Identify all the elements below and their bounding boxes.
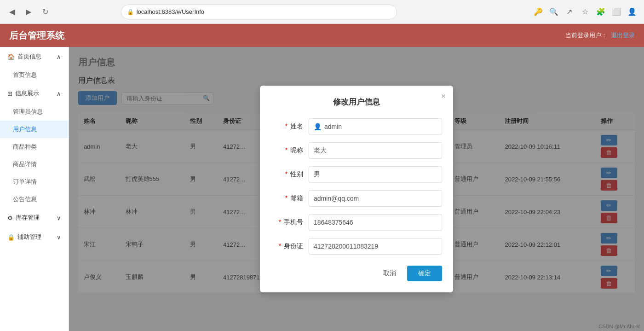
form-label-phone: * 手机号 <box>271 218 303 226</box>
field-name-label: 姓名 <box>290 122 303 130</box>
form-label-name: * 姓名 <box>271 122 303 131</box>
form-row-idcard: * 身份证 <box>271 238 442 255</box>
modal-overlay[interactable]: 修改用户信息 × * 姓名 👤 <box>69 47 644 331</box>
app-wrapper: 后台管理系统 当前登录用户： 退出登录 🏠 首页信息 ∧ 首页信息 ⊞ 信息展示… <box>0 24 644 331</box>
chevron-icon-4: ∨ <box>57 234 61 241</box>
sidebar-assist-label: 辅助管理 <box>17 233 41 241</box>
logout-link[interactable]: 退出登录 <box>611 31 635 40</box>
form-row-name: * 姓名 👤 <box>271 118 442 135</box>
sidebar-item-order[interactable]: 订单详情 <box>0 173 69 191</box>
confirm-button[interactable]: 确定 <box>407 266 442 281</box>
sidebar-section-assist[interactable]: 🔒 辅助管理 ∨ <box>0 227 69 247</box>
form-row-phone: * 手机号 <box>271 214 442 231</box>
refresh-button[interactable]: ↻ <box>39 6 52 18</box>
nickname-input[interactable] <box>314 147 437 154</box>
form-row-email: * 邮箱 <box>271 190 442 207</box>
form-input-phone[interactable] <box>309 214 442 231</box>
modal-title: 修改用户信息 <box>271 97 442 107</box>
top-bar: 后台管理系统 当前登录用户： 退出登录 <box>0 24 644 47</box>
lock-icon: 🔒 <box>127 9 134 15</box>
required-star-nickname: * <box>285 146 288 154</box>
field-nickname-label: 昵称 <box>290 146 303 154</box>
layout-icon[interactable]: ⬜ <box>610 6 623 18</box>
form-label-gender: * 性别 <box>271 170 303 179</box>
form-row-nickname: * 昵称 <box>271 142 442 159</box>
email-input[interactable] <box>314 195 437 202</box>
browser-actions: 🔑 🔍 ↗ ☆ 🧩 ⬜ 👤 <box>532 6 638 18</box>
user-icon: 👤 <box>314 123 322 130</box>
modal-footer: 取消 确定 <box>271 266 442 281</box>
lock-sidebar-icon: 🔒 <box>7 234 15 241</box>
form-input-name[interactable]: 👤 <box>309 118 442 135</box>
gender-input[interactable] <box>314 171 437 178</box>
sidebar-item-product-detail-label: 商品详情 <box>13 161 37 168</box>
phone-input[interactable] <box>314 219 437 226</box>
extension-icon[interactable]: 🧩 <box>594 6 607 18</box>
browser-chrome: ◀ ▶ ↻ 🔒 localhost:8383/#/UserInfo 🔑 🔍 ↗ … <box>0 0 644 24</box>
required-star-phone: * <box>279 218 281 226</box>
required-star-name: * <box>285 122 288 130</box>
required-star-idcard: * <box>279 242 281 250</box>
chevron-icon-2: ∧ <box>57 90 61 97</box>
sidebar-item-notice-label: 公告信息 <box>13 196 37 203</box>
idcard-input[interactable] <box>314 243 437 250</box>
sidebar-item-notice[interactable]: 公告信息 <box>0 191 69 208</box>
form-row-gender: * 性别 <box>271 166 442 183</box>
form-input-email[interactable] <box>309 190 442 207</box>
form-label-email: * 邮箱 <box>271 194 303 203</box>
sidebar-item-product-type-label: 商品种类 <box>13 143 37 150</box>
content-area: 用户信息 用户信息表 添加用户 🔍 姓名 昵称 性别 身份证 邮箱 <box>69 47 644 331</box>
key-icon: 🔑 <box>532 6 545 18</box>
field-gender-label: 性别 <box>290 170 303 178</box>
form-input-idcard[interactable] <box>309 238 442 255</box>
address-bar: 🔒 localhost:8383/#/UserInfo <box>121 5 397 19</box>
chevron-icon: ∧ <box>57 53 61 60</box>
sidebar-info-label: 信息展示 <box>15 89 39 98</box>
sidebar-section-home[interactable]: 🏠 首页信息 ∧ <box>0 47 69 66</box>
back-button[interactable]: ◀ <box>6 6 18 18</box>
forward-button[interactable]: ▶ <box>22 6 35 18</box>
main-layout: 🏠 首页信息 ∧ 首页信息 ⊞ 信息展示 ∧ 管理员信息 用户信息 商品种类 <box>0 47 644 331</box>
sidebar-inventory-label: 库存管理 <box>16 214 40 222</box>
cancel-button[interactable]: 取消 <box>378 267 402 280</box>
grid-icon: ⊞ <box>7 90 12 97</box>
app-title: 后台管理系统 <box>9 29 64 42</box>
edit-user-modal: 修改用户信息 × * 姓名 👤 <box>260 86 453 292</box>
modal-close-button[interactable]: × <box>441 92 446 100</box>
sidebar: 🏠 首页信息 ∧ 首页信息 ⊞ 信息展示 ∧ 管理员信息 用户信息 商品种类 <box>0 47 69 331</box>
field-phone-label: 手机号 <box>284 218 303 226</box>
form-label-nickname: * 昵称 <box>271 146 303 155</box>
sidebar-item-user[interactable]: 用户信息 <box>0 121 69 138</box>
profile-icon[interactable]: 👤 <box>626 6 638 18</box>
field-email-label: 邮箱 <box>290 194 303 202</box>
required-star-email: * <box>285 194 288 202</box>
top-bar-right: 当前登录用户： 退出登录 <box>565 31 635 40</box>
url-text: localhost:8383/#/UserInfo <box>137 8 204 15</box>
sidebar-item-user-label: 用户信息 <box>13 126 37 133</box>
sidebar-section-inventory[interactable]: ⚙ 库存管理 ∨ <box>0 208 69 227</box>
form-input-gender[interactable] <box>309 166 442 183</box>
required-star-gender: * <box>285 170 288 178</box>
sidebar-item-product-detail[interactable]: 商品详情 <box>0 156 69 173</box>
sidebar-item-product-type[interactable]: 商品种类 <box>0 138 69 156</box>
sidebar-item-admin[interactable]: 管理员信息 <box>0 103 69 121</box>
settings-icon: ⚙ <box>7 215 13 221</box>
field-idcard-label: 身份证 <box>284 242 303 250</box>
bookmark-icon[interactable]: ☆ <box>579 6 592 18</box>
form-input-nickname[interactable] <box>309 142 442 159</box>
sidebar-home-label: 首页信息 <box>17 52 41 61</box>
sidebar-item-home-label: 首页信息 <box>13 71 37 78</box>
user-label: 当前登录用户： <box>565 31 607 40</box>
sidebar-item-home[interactable]: 首页信息 <box>0 66 69 84</box>
home-icon: 🏠 <box>7 53 15 60</box>
sidebar-item-order-label: 订单详情 <box>13 178 37 185</box>
form-label-idcard: * 身份证 <box>271 242 303 250</box>
name-input[interactable] <box>324 123 437 130</box>
chevron-icon-3: ∨ <box>57 215 61 221</box>
sidebar-item-admin-label: 管理员信息 <box>13 108 43 115</box>
share-icon[interactable]: ↗ <box>563 6 576 18</box>
search-icon[interactable]: 🔍 <box>547 6 560 18</box>
sidebar-section-info[interactable]: ⊞ 信息展示 ∧ <box>0 84 69 103</box>
